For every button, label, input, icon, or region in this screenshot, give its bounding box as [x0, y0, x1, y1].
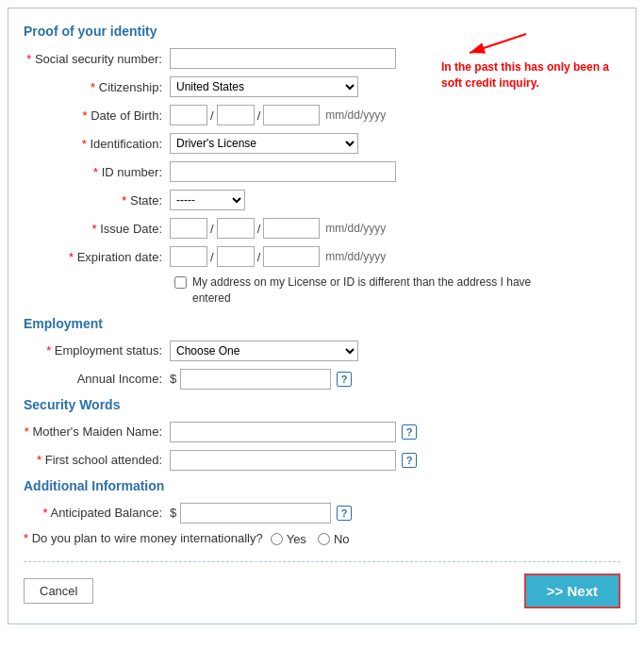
form-container: In the past this has only been a soft cr… — [8, 8, 636, 624]
citizenship-label: * Citizenship: — [24, 80, 170, 94]
wire-money-yes-radio[interactable] — [271, 533, 283, 545]
annual-dollar-sign: $ — [170, 372, 176, 386]
footer-bar: Cancel >> Next — [24, 561, 620, 608]
first-school-help-icon[interactable]: ? — [402, 453, 417, 468]
anticipated-balance-help-icon[interactable]: ? — [337, 506, 352, 521]
annotation-text: In the past this has only been a soft cr… — [441, 59, 620, 91]
anticipated-balance-label: * Anticipated Balance: — [24, 506, 170, 520]
dob-row: * Date of Birth: / / mm/dd/yyyy — [24, 105, 620, 125]
mothers-maiden-label: * Mother's Maiden Name: — [24, 424, 170, 439]
anticipated-required-star: * — [43, 506, 48, 520]
identification-select[interactable]: Driver's License — [170, 133, 358, 154]
dob-year-input[interactable] — [263, 105, 320, 125]
section3-title: Security Words — [24, 397, 620, 412]
annual-income-label: Annual Income: — [24, 372, 170, 386]
issue-sep1: / — [210, 222, 214, 236]
employment-status-label: * Employment status: — [24, 343, 170, 357]
address-checkbox-label: My address on my License or ID is differ… — [192, 274, 551, 307]
svg-line-1 — [470, 34, 526, 53]
issue-date-hint: mm/dd/yyyy — [325, 222, 386, 235]
mothers-maiden-row: * Mother's Maiden Name: ? — [24, 422, 620, 442]
exp-sep1: / — [210, 250, 214, 264]
ssn-input[interactable] — [170, 48, 396, 69]
expiration-required-star: * — [69, 250, 74, 264]
mothers-maiden-input[interactable] — [170, 422, 396, 442]
cancel-button[interactable]: Cancel — [24, 578, 93, 604]
id-number-required-star: * — [93, 165, 98, 179]
state-required-star: * — [122, 193, 126, 208]
identification-label: * Identification: — [24, 137, 170, 151]
expiration-date-label: * Expiration date: — [24, 250, 170, 264]
wire-money-label: * Do you plan to wire money internationa… — [24, 531, 271, 547]
dob-required-star: * — [82, 108, 87, 123]
identification-row: * Identification: Driver's License — [24, 133, 620, 154]
arrow-icon — [460, 29, 536, 58]
wire-money-no-label[interactable]: No — [318, 532, 350, 546]
section4-title: Additional Information — [24, 478, 620, 493]
annotation-container: In the past this has only been a soft cr… — [441, 29, 620, 91]
mothers-maiden-required-star: * — [25, 424, 29, 439]
identification-required-star: * — [82, 137, 87, 151]
address-checkbox-row: My address on my License or ID is differ… — [174, 274, 620, 307]
anticipated-dollar-sign: $ — [170, 506, 176, 520]
employment-required-star: * — [46, 343, 51, 357]
expiration-date-inputs: / / mm/dd/yyyy — [170, 246, 386, 267]
exp-month-input[interactable] — [170, 246, 207, 267]
dob-day-input[interactable] — [217, 105, 255, 125]
wire-money-no-radio[interactable] — [318, 533, 330, 545]
first-school-label: * First school attended: — [24, 453, 170, 467]
dob-label: * Date of Birth: — [24, 108, 170, 123]
ssn-label: * Social security number: — [24, 52, 170, 66]
anticipated-balance-row: * Anticipated Balance: $ ? — [24, 503, 620, 524]
issue-date-inputs: / / mm/dd/yyyy — [170, 218, 386, 239]
citizenship-required-star: * — [91, 80, 95, 94]
id-number-row: * ID number: — [24, 161, 620, 182]
issue-date-label: * Issue Date: — [24, 222, 170, 236]
exp-day-input[interactable] — [217, 246, 255, 267]
exp-sep2: / — [257, 250, 261, 264]
mothers-maiden-help-icon[interactable]: ? — [402, 424, 417, 440]
next-button[interactable]: >> Next — [524, 574, 620, 608]
issue-year-input[interactable] — [263, 218, 320, 239]
id-number-input[interactable] — [170, 161, 396, 182]
dob-sep2: / — [257, 108, 261, 123]
issue-day-input[interactable] — [217, 218, 255, 239]
employment-status-select[interactable]: Choose One — [170, 341, 358, 361]
issue-date-required-star: * — [92, 222, 97, 236]
first-school-row: * First school attended: ? — [24, 450, 620, 471]
exp-year-input[interactable] — [263, 246, 320, 267]
wire-money-yes-label[interactable]: Yes — [271, 532, 306, 546]
annual-income-row: Annual Income: $ ? — [24, 369, 620, 390]
address-different-checkbox[interactable] — [174, 276, 187, 289]
dob-inputs: / / mm/dd/yyyy — [170, 105, 386, 125]
first-school-required-star: * — [37, 453, 41, 467]
dob-month-input[interactable] — [170, 105, 207, 125]
id-number-label: * ID number: — [24, 165, 170, 179]
first-school-input[interactable] — [170, 450, 396, 471]
issue-month-input[interactable] — [170, 218, 207, 239]
section2-title: Employment — [24, 316, 620, 331]
state-select[interactable]: ----- — [170, 190, 245, 210]
issue-sep2: / — [257, 222, 261, 236]
state-label: * State: — [24, 193, 170, 208]
wire-money-required-star: * — [24, 531, 28, 545]
expiration-date-row: * Expiration date: / / mm/dd/yyyy — [24, 246, 620, 267]
wire-money-row: * Do you plan to wire money internationa… — [24, 531, 620, 547]
annual-income-input[interactable] — [180, 369, 331, 390]
employment-status-row: * Employment status: Choose One — [24, 341, 620, 361]
citizenship-select[interactable]: United States — [170, 76, 358, 97]
dob-sep1: / — [210, 108, 214, 123]
annual-income-help-icon[interactable]: ? — [337, 372, 352, 387]
exp-date-hint: mm/dd/yyyy — [325, 250, 386, 263]
issue-date-row: * Issue Date: / / mm/dd/yyyy — [24, 218, 620, 239]
dob-hint: mm/dd/yyyy — [325, 108, 386, 122]
ssn-required-star: * — [26, 52, 31, 66]
state-row: * State: ----- — [24, 190, 620, 210]
anticipated-balance-input[interactable] — [180, 503, 331, 524]
